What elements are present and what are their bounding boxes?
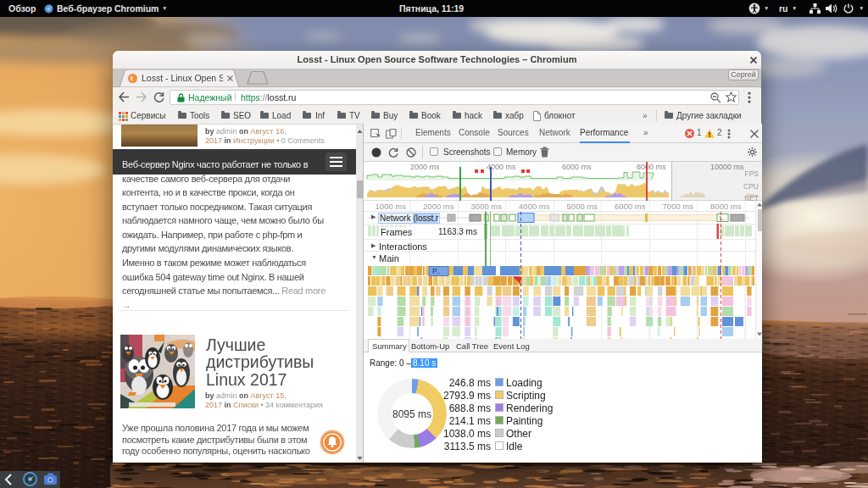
svg-text:lt: lt bbox=[130, 75, 133, 81]
svg-text:1163.3 ms: 1163.3 ms bbox=[438, 227, 477, 236]
svg-text:P..: P.. bbox=[432, 267, 440, 275]
